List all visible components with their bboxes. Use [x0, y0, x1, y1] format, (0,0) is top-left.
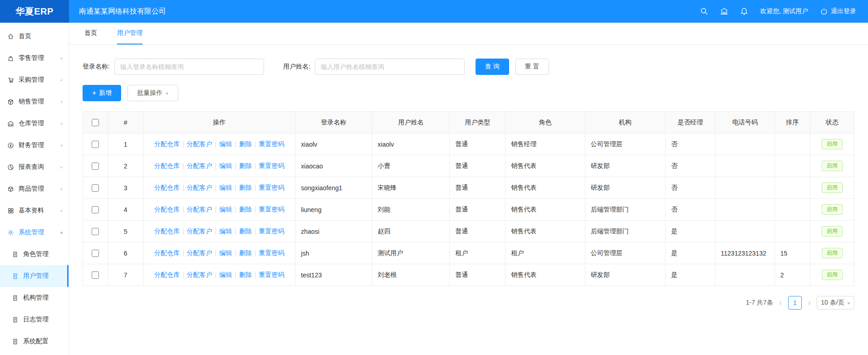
assign-warehouse-link[interactable]: 分配仓库 [154, 249, 180, 256]
assign-customer-link[interactable]: 分配客户 [187, 227, 212, 235]
row-organization: 公司管理层 [585, 242, 665, 264]
operation-separator: | [182, 249, 184, 256]
assign-customer-link[interactable]: 分配客户 [187, 162, 212, 169]
delete-link[interactable]: 删除 [239, 206, 252, 213]
row-checkbox[interactable] [92, 163, 99, 170]
search-button[interactable]: 查 询 [476, 59, 509, 75]
edit-link[interactable]: 编辑 [219, 206, 232, 213]
reset-password-link[interactable]: 重置密码 [259, 162, 284, 169]
edit-link[interactable]: 编辑 [219, 227, 232, 235]
delete-link[interactable]: 删除 [239, 271, 252, 278]
gear-icon [7, 229, 14, 236]
assign-warehouse-link[interactable]: 分配仓库 [154, 206, 180, 213]
sidebar-item-base-data[interactable]: 基本资料∨ [0, 200, 69, 222]
sidebar-subitem-system-config[interactable]: 系统配置 [0, 330, 69, 352]
delete-link[interactable]: 删除 [239, 162, 252, 169]
row-checkbox[interactable] [92, 228, 99, 235]
chevron-down-icon: ∨ [60, 209, 63, 213]
welcome-user[interactable]: 欢迎您, 测试用户 [760, 7, 808, 15]
sidebar-item-report[interactable]: 报表查询∨ [0, 156, 69, 178]
tab-user-management[interactable]: 用户管理 [117, 23, 142, 44]
row-operations: 分配仓库|分配客户|编辑|删除|重置密码 [143, 155, 295, 177]
row-phone [715, 155, 775, 177]
sidebar-item-sales[interactable]: 销售管理∨ [0, 91, 69, 113]
assign-customer-link[interactable]: 分配客户 [187, 184, 212, 191]
row-checkbox[interactable] [92, 184, 99, 192]
search-icon[interactable] [700, 7, 708, 15]
login-name-input[interactable] [114, 59, 264, 75]
sidebar-item-goods[interactable]: 商品管理∨ [0, 178, 69, 200]
user-name-input[interactable] [315, 59, 465, 75]
reset-button[interactable]: 重 置 [515, 59, 549, 75]
tab-home[interactable]: 首页 [84, 23, 97, 44]
page-number-button[interactable]: 1 [788, 296, 802, 310]
assign-warehouse-link[interactable]: 分配仓库 [154, 271, 180, 278]
edit-link[interactable]: 编辑 [219, 271, 232, 278]
sidebar-item-warehouse[interactable]: 仓库管理∨ [0, 113, 69, 134]
delete-link[interactable]: 删除 [239, 140, 252, 148]
assign-customer-link[interactable]: 分配客户 [187, 249, 212, 256]
app-logo[interactable]: 华夏ERP [0, 0, 69, 23]
status-badge: 启用 [822, 270, 843, 280]
reset-password-link[interactable]: 重置密码 [259, 206, 284, 213]
sidebar-item-finance[interactable]: 财务管理∨ [0, 134, 69, 156]
row-organization: 研发部 [585, 177, 665, 199]
prev-page-button[interactable]: ‹ [779, 299, 783, 307]
batch-operations-button[interactable]: 批量操作 ∨ [128, 85, 178, 101]
sidebar-item-label: 日志管理 [23, 316, 49, 324]
next-page-button[interactable]: › [807, 299, 811, 307]
reset-password-link[interactable]: 重置密码 [259, 271, 284, 278]
logout-button[interactable]: 退出登录 [820, 7, 856, 15]
assign-customer-link[interactable]: 分配客户 [187, 271, 212, 278]
page-size-select[interactable]: 10 条/页 ∨ [817, 296, 854, 310]
sidebar-item-purchase[interactable]: 采购管理∨ [0, 69, 69, 91]
operation-separator: | [255, 206, 256, 213]
operation-separator: | [215, 249, 217, 256]
purchase-icon [7, 77, 14, 84]
edit-link[interactable]: 编辑 [219, 184, 232, 191]
sidebar-item-retail[interactable]: 零售管理∨ [0, 47, 69, 69]
sidebar-subitem-user-management[interactable]: 用户管理 [0, 265, 69, 287]
assign-warehouse-link[interactable]: 分配仓库 [154, 140, 180, 148]
edit-link[interactable]: 编辑 [219, 249, 232, 256]
sidebar-subitem-org-management[interactable]: 机构管理 [0, 287, 69, 309]
assign-warehouse-link[interactable]: 分配仓库 [154, 227, 180, 235]
row-login-name: jsh [295, 242, 372, 264]
reset-password-link[interactable]: 重置密码 [259, 227, 284, 235]
delete-link[interactable]: 删除 [239, 249, 252, 256]
sidebar-subitem-role-management[interactable]: 角色管理 [0, 243, 69, 265]
row-checkbox[interactable] [92, 206, 99, 213]
row-sort: 15 [775, 242, 810, 264]
operation-separator: | [182, 227, 184, 235]
column-header: 角色 [505, 112, 585, 133]
operation-separator: | [255, 162, 256, 169]
edit-link[interactable]: 编辑 [219, 140, 232, 148]
select-all-checkbox[interactable] [92, 119, 99, 126]
delete-link[interactable]: 删除 [239, 184, 252, 191]
reset-password-link[interactable]: 重置密码 [259, 249, 284, 256]
assign-customer-link[interactable]: 分配客户 [187, 140, 212, 148]
assign-warehouse-link[interactable]: 分配仓库 [154, 162, 180, 169]
delete-link[interactable]: 删除 [239, 227, 252, 235]
sidebar-item-label: 角色管理 [23, 250, 49, 258]
row-user-type: 普通 [450, 221, 505, 242]
bank-icon[interactable] [720, 7, 728, 15]
assign-customer-link[interactable]: 分配客户 [187, 206, 212, 213]
reset-password-link[interactable]: 重置密码 [259, 184, 284, 191]
row-login-name: liuneng [295, 199, 372, 221]
row-checkbox[interactable] [92, 141, 99, 148]
table-row: 7分配仓库|分配客户|编辑|删除|重置密码test123刘老根普通销售代表研发部… [83, 264, 854, 286]
sidebar-item-system[interactable]: 系统管理∧ [0, 222, 69, 243]
row-user-type: 普通 [450, 155, 505, 177]
edit-link[interactable]: 编辑 [219, 162, 232, 169]
sidebar-item-home[interactable]: 首页 [0, 25, 69, 47]
add-button[interactable]: + 新增 [83, 85, 121, 101]
sidebar-subitem-log-management[interactable]: 日志管理 [0, 309, 69, 330]
bell-icon[interactable] [740, 7, 748, 15]
row-is-manager: 否 [665, 199, 715, 221]
reset-password-link[interactable]: 重置密码 [259, 140, 284, 148]
row-checkbox[interactable] [92, 271, 99, 279]
row-checkbox[interactable] [92, 250, 99, 257]
assign-warehouse-link[interactable]: 分配仓库 [154, 184, 180, 191]
row-user-type: 普通 [450, 177, 505, 199]
